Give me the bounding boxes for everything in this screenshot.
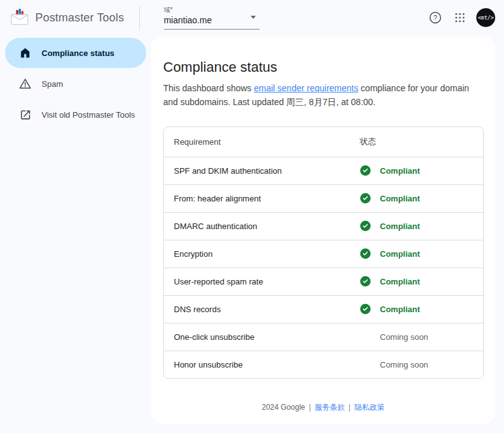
domain-selector[interactable]: 域* miantiao.me xyxy=(164,6,260,30)
table-row: DNS records Compliant xyxy=(164,295,483,323)
status-text: Coming soon xyxy=(380,332,428,342)
domain-selector-label: 域* xyxy=(164,6,260,14)
status-text: Coming soon xyxy=(380,360,428,369)
app-logo-home-link[interactable]: Postmaster Tools xyxy=(0,8,124,28)
app-title: Postmaster Tools xyxy=(35,11,124,25)
check-circle-icon xyxy=(360,276,371,287)
domain-selector-value: miantiao.me xyxy=(164,15,260,25)
chevron-down-icon xyxy=(251,16,256,19)
warning-triangle-icon xyxy=(19,77,32,90)
privacy-policy-link[interactable]: 隐私政策 xyxy=(354,403,384,412)
status-text: Compliant xyxy=(380,249,420,259)
column-header-status: 状态 xyxy=(360,136,483,147)
requirement-cell: Honor unsubscribe xyxy=(164,360,360,369)
status-text: Compliant xyxy=(380,305,420,314)
account-avatar[interactable]: <mt/> xyxy=(476,8,495,27)
requirement-cell: DNS records xyxy=(164,305,360,314)
column-header-requirement: Requirement xyxy=(164,137,360,147)
table-header-row: Requirement 状态 xyxy=(164,127,483,157)
sidebar-item-spam[interactable]: Spam xyxy=(5,69,146,99)
status-cell: Compliant xyxy=(360,276,483,287)
help-icon: ? xyxy=(428,11,442,25)
help-button[interactable]: ? xyxy=(427,9,444,26)
email-sender-requirements-link[interactable]: email sender requirements xyxy=(254,83,358,93)
check-circle-icon xyxy=(360,303,371,315)
open-in-new-icon xyxy=(19,108,32,121)
header-divider xyxy=(139,6,140,30)
status-cell: Coming soon xyxy=(360,359,483,370)
footer-separator: | xyxy=(348,403,350,412)
page-description: This dashboard shows email sender requir… xyxy=(163,81,484,110)
check-circle-icon xyxy=(360,220,371,232)
check-circle-icon xyxy=(360,193,371,204)
footer-copyright: 2024 Google xyxy=(262,403,306,412)
page-title: Compliance status xyxy=(163,59,484,76)
status-cell: Compliant xyxy=(360,220,483,232)
requirement-cell: User-reported spam rate xyxy=(164,277,360,286)
requirement-cell: One-click unsubscribe xyxy=(164,332,360,342)
status-text: Compliant xyxy=(380,277,420,286)
requirement-cell: DMARC authentication xyxy=(164,222,360,231)
terms-of-service-link[interactable]: 服务条款 xyxy=(314,403,345,412)
home-icon xyxy=(19,47,32,59)
requirement-cell: From: header alignment xyxy=(164,194,360,203)
footer: 2024 Google|服务条款|隐私政策 xyxy=(151,402,495,413)
top-app-bar: Postmaster Tools 域* miantiao.me ? <mt/> xyxy=(0,0,504,35)
sidebar-item-label: Compliance status xyxy=(42,48,115,58)
svg-text:?: ? xyxy=(433,14,437,21)
table-row: User-reported spam rate Compliant xyxy=(164,267,483,295)
check-circle-icon xyxy=(360,165,371,176)
status-cell: Compliant xyxy=(360,165,483,176)
table-row: Honor unsubscribe Coming soon xyxy=(164,351,483,378)
table-row: One-click unsubscribe Coming soon xyxy=(164,323,483,351)
requirement-cell: SPF and DKIM authentication xyxy=(164,166,360,176)
compliance-table: Requirement 状态 SPF and DKIM authenticati… xyxy=(163,127,484,379)
postmaster-logo-icon xyxy=(10,8,29,28)
table-row: Encryption Compliant xyxy=(164,240,483,267)
footer-separator: | xyxy=(309,403,311,412)
status-cell: Coming soon xyxy=(360,331,483,342)
status-text: Compliant xyxy=(380,166,420,176)
description-text-before: This dashboard shows xyxy=(163,83,254,93)
main-content-card: Compliance status This dashboard shows e… xyxy=(151,37,495,424)
google-apps-button[interactable] xyxy=(452,9,468,26)
table-row: DMARC authentication Compliant xyxy=(164,212,483,240)
apps-grid-icon xyxy=(454,11,466,24)
sidebar-item-compliance-status[interactable]: Compliance status xyxy=(5,38,146,68)
header-actions: ? <mt/> xyxy=(427,8,504,27)
sidebar-item-visit-old-postmaster[interactable]: Visit old Postmaster Tools xyxy=(5,99,146,130)
status-cell: Compliant xyxy=(360,303,483,315)
requirement-cell: Encryption xyxy=(164,249,360,259)
sidebar-nav: Compliance status Spam Visit old Postmas… xyxy=(0,38,151,130)
sidebar-item-label: Spam xyxy=(42,79,63,89)
table-row: SPF and DKIM authentication Compliant xyxy=(164,157,483,184)
table-row: From: header alignment Compliant xyxy=(164,184,483,212)
check-circle-icon xyxy=(360,248,371,259)
status-text: Compliant xyxy=(380,222,420,231)
sidebar-item-label: Visit old Postmaster Tools xyxy=(42,110,135,120)
status-cell: Compliant xyxy=(360,193,483,204)
status-text: Compliant xyxy=(380,194,420,203)
status-cell: Compliant xyxy=(360,248,483,259)
